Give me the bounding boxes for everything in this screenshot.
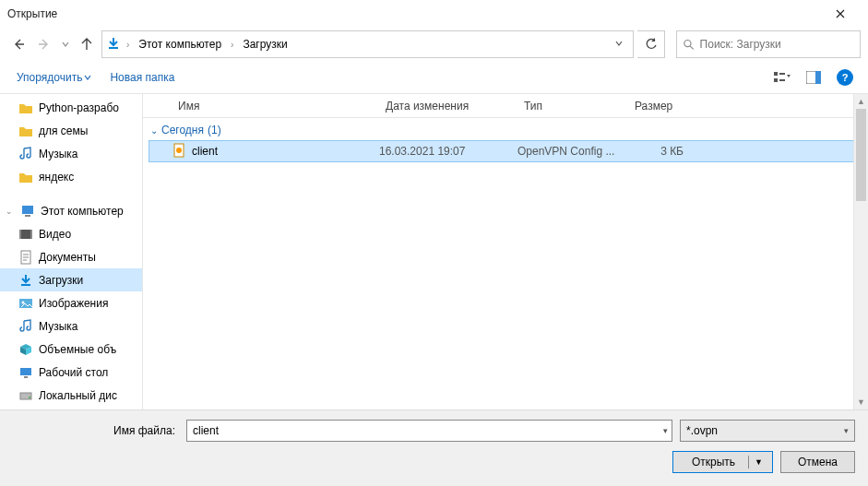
tree-item-label: Объемные объ xyxy=(39,343,116,356)
back-button[interactable] xyxy=(7,31,30,57)
body: Python-разрабодля семыМузыкаяндекс⌄Этот … xyxy=(0,94,868,409)
chevron-right-icon: › xyxy=(229,40,235,50)
doc-icon xyxy=(18,250,33,265)
svg-rect-0 xyxy=(109,47,118,49)
group-header[interactable]: ⌄ Сегодня (1) xyxy=(143,118,868,140)
tree-item-label: Музыка xyxy=(39,148,77,160)
scroll-down-icon[interactable]: ▼ xyxy=(854,395,868,409)
cancel-label: Отмена xyxy=(798,456,838,468)
refresh-button[interactable] xyxy=(637,30,665,58)
col-name[interactable]: Имя xyxy=(171,100,378,113)
chevron-down-icon xyxy=(84,74,91,81)
svg-rect-4 xyxy=(779,73,785,75)
tree-pc-item[interactable]: Документы xyxy=(0,245,142,268)
nav-row: › Этот компьютер › Загрузки xyxy=(0,28,868,61)
address-dropdown[interactable] xyxy=(609,38,629,51)
tree-quick-item[interactable]: Музыка xyxy=(0,142,142,165)
search-input[interactable] xyxy=(676,30,861,58)
tree-quick-item[interactable]: для семы xyxy=(0,119,142,142)
tree-item-label: для семы xyxy=(39,124,88,137)
chevron-down-icon xyxy=(614,39,624,48)
downloads-folder-icon xyxy=(106,36,121,53)
tree-pc-item[interactable]: Объемные объ xyxy=(0,338,142,361)
svg-rect-8 xyxy=(22,206,33,214)
open-button[interactable]: Открыть ▼ xyxy=(672,451,773,473)
cancel-button[interactable]: Отмена xyxy=(780,451,855,473)
refresh-icon xyxy=(645,38,658,51)
tree-pc-item[interactable]: Видео xyxy=(0,222,142,245)
filename-field[interactable] xyxy=(193,424,666,437)
tree-item-label: яндекс xyxy=(39,171,74,184)
file-row[interactable]: client16.03.2021 19:07OpenVPN Config ...… xyxy=(149,140,862,162)
tree-item-label: Изображения xyxy=(39,297,108,310)
ovpn-file-icon xyxy=(172,143,186,160)
new-folder-label: Новая папка xyxy=(110,71,174,84)
svg-point-20 xyxy=(29,397,30,398)
tree-item-label: Этот компьютер xyxy=(41,205,124,218)
download-icon xyxy=(18,273,33,288)
filename-input[interactable]: ▾ xyxy=(186,420,672,442)
new-folder-button[interactable]: Новая папка xyxy=(104,67,180,88)
tree-pc-item[interactable]: Локальный дис xyxy=(0,384,142,407)
file-filter-label: *.ovpn xyxy=(686,424,718,437)
tree-pc-item[interactable]: Загрузки xyxy=(0,268,142,291)
svg-rect-18 xyxy=(24,376,28,378)
svg-rect-7 xyxy=(815,71,821,84)
folder-icon xyxy=(18,101,33,115)
open-dropdown[interactable]: ▼ xyxy=(749,457,768,467)
column-headers: Имя Дата изменения Тип Размер xyxy=(143,94,868,118)
organize-menu[interactable]: Упорядочить xyxy=(11,67,97,88)
address-bar[interactable]: › Этот компьютер › Загрузки xyxy=(101,30,634,58)
up-button[interactable] xyxy=(76,31,98,57)
tree-item-label: Музыка xyxy=(39,320,77,333)
filename-label: Имя файла: xyxy=(13,424,179,437)
scroll-thumb[interactable] xyxy=(856,109,866,201)
search-icon xyxy=(683,38,695,51)
view-options-button[interactable] xyxy=(770,65,794,89)
breadcrumb-downloads[interactable]: Загрузки xyxy=(239,36,291,53)
tree-pc-item[interactable]: Музыка xyxy=(0,314,142,338)
svg-rect-3 xyxy=(774,78,778,82)
search-field[interactable] xyxy=(700,38,854,51)
preview-pane-button[interactable] xyxy=(802,65,826,89)
scrollbar[interactable]: ▲ ▼ xyxy=(853,94,868,409)
scroll-up-icon[interactable]: ▲ xyxy=(854,94,868,109)
chevron-down-icon: ⌄ xyxy=(6,207,15,216)
filename-dropdown[interactable]: ▾ xyxy=(663,426,668,435)
pc-icon xyxy=(20,204,35,219)
col-type[interactable]: Тип xyxy=(517,100,627,113)
arrow-right-icon xyxy=(37,37,52,52)
nav-tree[interactable]: Python-разрабодля семыМузыкаяндекс⌄Этот … xyxy=(0,94,143,409)
forward-button[interactable] xyxy=(33,31,55,57)
group-count: (1) xyxy=(208,124,221,136)
col-size[interactable]: Размер xyxy=(627,100,701,113)
tree-item-label: Python-разрабо xyxy=(39,101,119,114)
tree-quick-item[interactable]: яндекс xyxy=(0,165,142,188)
file-list: Имя Дата изменения Тип Размер ⌄ Сегодня … xyxy=(143,94,868,409)
breadcrumb-pc[interactable]: Этот компьютер xyxy=(135,36,225,53)
folder-icon xyxy=(18,170,33,184)
close-button[interactable] xyxy=(819,0,861,28)
tree-pc-item[interactable]: Изображения xyxy=(0,291,142,314)
tree-this-pc[interactable]: ⌄Этот компьютер xyxy=(0,199,142,222)
titlebar: Открытие xyxy=(0,0,868,28)
svg-rect-9 xyxy=(25,215,30,217)
svg-rect-17 xyxy=(20,368,31,375)
file-date: 16.03.2021 19:07 xyxy=(379,145,517,158)
recent-dropdown[interactable] xyxy=(59,31,72,57)
tree-pc-item[interactable]: Рабочий стол xyxy=(0,361,142,384)
svg-point-24 xyxy=(176,148,182,153)
image-icon xyxy=(18,296,33,311)
svg-rect-11 xyxy=(19,230,21,239)
file-type: OpenVPN Config ... xyxy=(517,145,628,158)
help-button[interactable]: ? xyxy=(833,65,857,89)
tree-quick-item[interactable]: Python-разрабо xyxy=(0,96,142,119)
file-size: 3 КБ xyxy=(628,145,702,158)
organize-label: Упорядочить xyxy=(17,71,82,84)
svg-point-16 xyxy=(22,301,25,303)
col-date[interactable]: Дата изменения xyxy=(378,100,517,113)
arrow-left-icon xyxy=(11,37,26,52)
tree-item-label: Локальный дис xyxy=(39,389,117,402)
file-filter-dropdown[interactable]: *.ovpn ▾ xyxy=(680,420,855,442)
svg-point-1 xyxy=(684,41,691,47)
